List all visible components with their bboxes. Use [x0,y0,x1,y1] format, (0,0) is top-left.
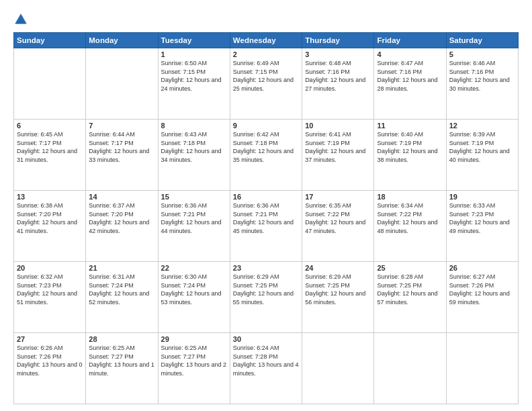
calendar-cell: 12Sunrise: 6:39 AM Sunset: 7:19 PM Dayli… [446,120,518,191]
weekday-header-friday: Friday [374,33,446,48]
day-info: Sunrise: 6:39 AM Sunset: 7:19 PM Dayligh… [449,130,515,164]
day-number: 27 [17,335,83,343]
calendar-cell [14,48,86,120]
day-number: 19 [449,193,515,201]
calendar-cell: 22Sunrise: 6:30 AM Sunset: 7:24 PM Dayli… [158,262,230,333]
calendar-cell: 23Sunrise: 6:29 AM Sunset: 7:25 PM Dayli… [230,262,302,333]
weekday-header-sunday: Sunday [14,33,86,48]
calendar-cell: 16Sunrise: 6:36 AM Sunset: 7:21 PM Dayli… [230,191,302,262]
day-number: 11 [377,122,443,130]
weekday-header-saturday: Saturday [446,33,518,48]
day-info: Sunrise: 6:28 AM Sunset: 7:25 PM Dayligh… [377,273,443,306]
calendar-cell: 30Sunrise: 6:24 AM Sunset: 7:28 PM Dayli… [230,333,302,404]
weekday-row: SundayMondayTuesdayWednesdayThursdayFrid… [14,33,519,48]
week-row-2: 6Sunrise: 6:45 AM Sunset: 7:17 PM Daylig… [14,120,519,191]
day-info: Sunrise: 6:48 AM Sunset: 7:16 PM Dayligh… [305,59,371,93]
day-number: 3 [305,50,371,58]
day-number: 6 [17,122,83,130]
calendar-cell: 9Sunrise: 6:42 AM Sunset: 7:18 PM Daylig… [230,120,302,191]
week-row-5: 27Sunrise: 6:26 AM Sunset: 7:26 PM Dayli… [14,333,519,404]
day-number: 22 [161,264,227,272]
day-info: Sunrise: 6:35 AM Sunset: 7:22 PM Dayligh… [305,201,371,235]
day-info: Sunrise: 6:43 AM Sunset: 7:18 PM Dayligh… [161,130,227,164]
calendar-cell: 11Sunrise: 6:40 AM Sunset: 7:19 PM Dayli… [374,120,446,191]
calendar-cell: 25Sunrise: 6:28 AM Sunset: 7:25 PM Dayli… [374,262,446,333]
day-number: 7 [89,122,154,130]
calendar-cell: 8Sunrise: 6:43 AM Sunset: 7:18 PM Daylig… [158,120,230,191]
calendar-body: 1Sunrise: 6:50 AM Sunset: 7:15 PM Daylig… [14,48,519,404]
calendar-cell: 27Sunrise: 6:26 AM Sunset: 7:26 PM Dayli… [14,333,86,404]
day-number: 10 [305,122,371,130]
day-info: Sunrise: 6:29 AM Sunset: 7:25 PM Dayligh… [233,273,299,306]
day-info: Sunrise: 6:49 AM Sunset: 7:15 PM Dayligh… [233,59,299,93]
day-info: Sunrise: 6:30 AM Sunset: 7:24 PM Dayligh… [161,273,227,306]
day-number: 12 [449,122,515,130]
calendar-cell: 14Sunrise: 6:37 AM Sunset: 7:20 PM Dayli… [86,191,158,262]
calendar-cell [86,48,158,120]
calendar-cell: 15Sunrise: 6:36 AM Sunset: 7:21 PM Dayli… [158,191,230,262]
day-info: Sunrise: 6:25 AM Sunset: 7:27 PM Dayligh… [161,344,227,377]
calendar-cell: 18Sunrise: 6:34 AM Sunset: 7:22 PM Dayli… [374,191,446,262]
day-number: 18 [377,193,443,201]
day-info: Sunrise: 6:32 AM Sunset: 7:23 PM Dayligh… [17,273,83,306]
day-number: 25 [377,264,443,272]
day-number: 4 [377,50,443,58]
calendar-table: SundayMondayTuesdayWednesdayThursdayFrid… [13,32,519,404]
day-info: Sunrise: 6:26 AM Sunset: 7:26 PM Dayligh… [17,344,83,377]
calendar-cell: 2Sunrise: 6:49 AM Sunset: 7:15 PM Daylig… [230,48,302,120]
calendar-header: SundayMondayTuesdayWednesdayThursdayFrid… [14,33,519,48]
day-number: 20 [17,264,83,272]
calendar-cell: 7Sunrise: 6:44 AM Sunset: 7:17 PM Daylig… [86,120,158,191]
calendar-cell: 1Sunrise: 6:50 AM Sunset: 7:15 PM Daylig… [158,48,230,120]
logo-icon [13,12,28,27]
calendar-cell: 29Sunrise: 6:25 AM Sunset: 7:27 PM Dayli… [158,333,230,404]
day-number: 29 [161,335,227,343]
day-info: Sunrise: 6:50 AM Sunset: 7:15 PM Dayligh… [161,59,227,93]
calendar-cell: 26Sunrise: 6:27 AM Sunset: 7:26 PM Dayli… [446,262,518,333]
weekday-header-monday: Monday [86,33,158,48]
day-info: Sunrise: 6:24 AM Sunset: 7:28 PM Dayligh… [233,344,299,377]
calendar-cell: 10Sunrise: 6:41 AM Sunset: 7:19 PM Dayli… [302,120,374,191]
day-info: Sunrise: 6:37 AM Sunset: 7:20 PM Dayligh… [89,201,154,235]
calendar-cell: 20Sunrise: 6:32 AM Sunset: 7:23 PM Dayli… [14,262,86,333]
day-info: Sunrise: 6:38 AM Sunset: 7:20 PM Dayligh… [17,201,83,235]
day-number: 21 [89,264,154,272]
logo [13,12,31,27]
calendar-cell: 5Sunrise: 6:46 AM Sunset: 7:16 PM Daylig… [446,48,518,120]
calendar-cell: 19Sunrise: 6:33 AM Sunset: 7:23 PM Dayli… [446,191,518,262]
day-number: 13 [17,193,83,201]
weekday-header-tuesday: Tuesday [158,33,230,48]
week-row-3: 13Sunrise: 6:38 AM Sunset: 7:20 PM Dayli… [14,191,519,262]
day-number: 14 [89,193,154,201]
calendar-cell: 21Sunrise: 6:31 AM Sunset: 7:24 PM Dayli… [86,262,158,333]
day-number: 17 [305,193,371,201]
day-info: Sunrise: 6:47 AM Sunset: 7:16 PM Dayligh… [377,59,443,93]
calendar-cell: 3Sunrise: 6:48 AM Sunset: 7:16 PM Daylig… [302,48,374,120]
day-info: Sunrise: 6:46 AM Sunset: 7:16 PM Dayligh… [449,59,515,93]
day-number: 1 [161,50,227,58]
day-number: 26 [449,264,515,272]
day-info: Sunrise: 6:27 AM Sunset: 7:26 PM Dayligh… [449,273,515,306]
day-number: 8 [161,122,227,130]
day-info: Sunrise: 6:34 AM Sunset: 7:22 PM Dayligh… [377,201,443,235]
day-number: 24 [305,264,371,272]
day-number: 15 [161,193,227,201]
day-info: Sunrise: 6:31 AM Sunset: 7:24 PM Dayligh… [89,273,154,306]
week-row-4: 20Sunrise: 6:32 AM Sunset: 7:23 PM Dayli… [14,262,519,333]
calendar-cell [374,333,446,404]
calendar-cell [302,333,374,404]
day-number: 9 [233,122,299,130]
calendar-cell: 17Sunrise: 6:35 AM Sunset: 7:22 PM Dayli… [302,191,374,262]
calendar-cell: 28Sunrise: 6:25 AM Sunset: 7:27 PM Dayli… [86,333,158,404]
day-info: Sunrise: 6:36 AM Sunset: 7:21 PM Dayligh… [233,201,299,235]
day-number: 2 [233,50,299,58]
page: SundayMondayTuesdayWednesdayThursdayFrid… [0,0,532,411]
day-info: Sunrise: 6:44 AM Sunset: 7:17 PM Dayligh… [89,130,154,164]
week-row-1: 1Sunrise: 6:50 AM Sunset: 7:15 PM Daylig… [14,48,519,120]
day-info: Sunrise: 6:33 AM Sunset: 7:23 PM Dayligh… [449,201,515,235]
day-info: Sunrise: 6:36 AM Sunset: 7:21 PM Dayligh… [161,201,227,235]
day-info: Sunrise: 6:42 AM Sunset: 7:18 PM Dayligh… [233,130,299,164]
weekday-header-wednesday: Wednesday [230,33,302,48]
day-number: 5 [449,50,515,58]
day-info: Sunrise: 6:29 AM Sunset: 7:25 PM Dayligh… [305,273,371,306]
